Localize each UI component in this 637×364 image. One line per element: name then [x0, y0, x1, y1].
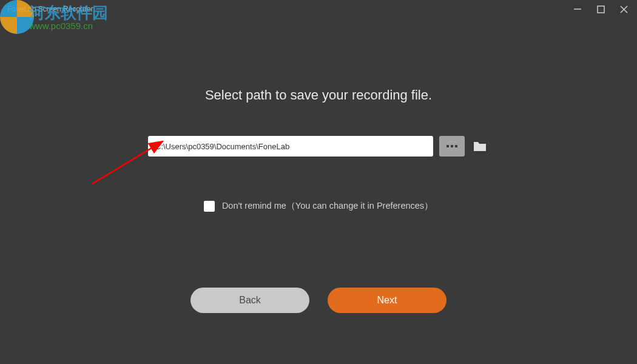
maximize-icon: [597, 5, 605, 13]
folder-icon: [473, 140, 487, 152]
open-folder-button[interactable]: [471, 136, 489, 157]
window-title: FoneLab Screen Recorder: [7, 5, 93, 13]
window-controls: [571, 3, 630, 15]
maximize-button[interactable]: [595, 3, 607, 15]
dont-remind-checkbox[interactable]: [204, 201, 215, 212]
minimize-button[interactable]: [571, 3, 584, 15]
main-content: Select path to save your recording file.…: [0, 18, 637, 212]
path-row: [148, 136, 489, 157]
save-path-input[interactable]: [148, 136, 433, 157]
svg-rect-1: [598, 6, 604, 13]
browse-button[interactable]: [439, 136, 465, 157]
titlebar: FoneLab Screen Recorder: [0, 0, 637, 18]
back-button[interactable]: Back: [190, 288, 309, 313]
minimize-icon: [573, 5, 582, 13]
page-heading: Select path to save your recording file.: [205, 87, 432, 103]
close-icon: [619, 5, 629, 14]
remind-row: Don't remind me（You can change it in Pre…: [204, 200, 433, 212]
dont-remind-label: Don't remind me（You can change it in Pre…: [222, 200, 433, 212]
ellipsis-icon: [447, 145, 449, 147]
button-row: Back Next: [0, 288, 637, 313]
close-button[interactable]: [618, 3, 630, 15]
next-button[interactable]: Next: [328, 288, 447, 313]
